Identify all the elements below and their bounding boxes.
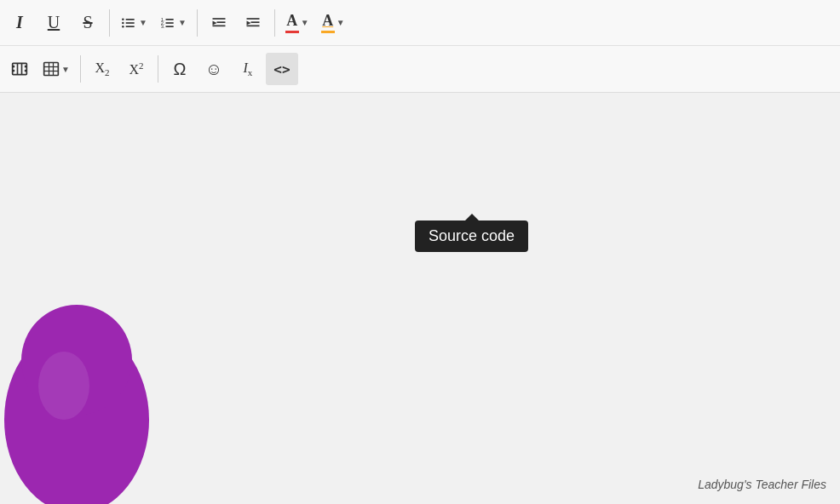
divider xyxy=(274,9,275,37)
emoji-icon: ☺ xyxy=(205,60,222,79)
divider xyxy=(197,9,198,37)
emoji-button[interactable]: ☺ xyxy=(198,53,230,85)
svg-rect-14 xyxy=(212,25,225,26)
svg-text:3.: 3. xyxy=(161,23,165,28)
clear-format-button[interactable]: Ix xyxy=(232,53,264,85)
indent-icon xyxy=(245,14,262,32)
italic-button[interactable]: I xyxy=(3,7,36,39)
svg-rect-1 xyxy=(126,19,135,20)
font-highlight-bar xyxy=(321,31,335,33)
svg-marker-16 xyxy=(212,20,216,25)
svg-point-2 xyxy=(122,21,124,24)
superscript-icon: X2 xyxy=(129,60,143,77)
source-code-button[interactable]: <> xyxy=(266,53,298,85)
ladybug-image xyxy=(0,249,153,504)
divider xyxy=(80,55,81,83)
source-code-icon: <> xyxy=(273,61,290,77)
svg-rect-18 xyxy=(250,21,259,23)
special-char-button[interactable]: Ω xyxy=(164,53,196,85)
svg-rect-21 xyxy=(13,63,27,74)
font-color-bar xyxy=(285,31,299,33)
font-highlight-label: A xyxy=(322,12,333,30)
unordered-list-button[interactable]: ▼ xyxy=(115,7,152,39)
svg-point-35 xyxy=(38,352,89,420)
superscript-button[interactable]: X2 xyxy=(120,53,152,85)
svg-rect-24 xyxy=(25,66,27,68)
svg-rect-13 xyxy=(216,21,225,23)
font-color-label: A xyxy=(286,12,297,30)
omega-icon: Ω xyxy=(173,60,186,79)
font-highlight-button[interactable]: A ▼ xyxy=(316,7,350,39)
svg-rect-27 xyxy=(21,63,23,74)
svg-rect-12 xyxy=(212,18,225,20)
list-ol-svg: 1. 2. 3. xyxy=(159,14,176,32)
subscript-icon: X2 xyxy=(95,60,109,77)
subscript-button[interactable]: X2 xyxy=(86,53,118,85)
svg-point-0 xyxy=(122,18,124,20)
font-color-button[interactable]: A ▼ xyxy=(280,7,314,39)
underline-button[interactable]: U xyxy=(37,7,70,39)
svg-rect-23 xyxy=(13,70,14,72)
ordered-list-icon: 1. 2. 3. ▼ xyxy=(159,14,187,32)
divider xyxy=(158,55,158,83)
outdent-icon xyxy=(210,14,227,32)
list-ul-svg xyxy=(120,14,137,32)
svg-rect-25 xyxy=(25,70,27,72)
content-area: Ladybug's Teacher Files xyxy=(0,93,840,504)
svg-point-4 xyxy=(122,25,124,27)
svg-rect-26 xyxy=(17,63,19,74)
underline-icon: U xyxy=(48,13,60,32)
ordered-list-button[interactable]: 1. 2. 3. ▼ xyxy=(154,7,192,39)
indent-button[interactable] xyxy=(237,7,269,39)
table-icon xyxy=(43,60,60,77)
svg-marker-20 xyxy=(246,20,250,25)
media-icon xyxy=(11,60,28,77)
watermark: Ladybug's Teacher Files xyxy=(698,478,826,491)
svg-rect-22 xyxy=(13,66,14,68)
table-button[interactable]: ▼ xyxy=(37,53,75,85)
svg-rect-5 xyxy=(126,26,135,27)
svg-rect-28 xyxy=(44,63,59,76)
svg-rect-19 xyxy=(246,25,259,26)
media-button[interactable] xyxy=(3,53,36,85)
svg-rect-7 xyxy=(165,19,173,20)
watermark-text: Ladybug's Teacher Files xyxy=(698,478,826,491)
unordered-list-icon: ▼ xyxy=(120,14,147,32)
svg-rect-9 xyxy=(165,22,173,24)
divider xyxy=(109,9,110,37)
strikethrough-icon: S xyxy=(83,13,92,32)
svg-rect-17 xyxy=(246,18,259,20)
clear-format-icon: Ix xyxy=(243,60,252,77)
source-code-tooltip: Source code xyxy=(415,220,528,252)
svg-rect-11 xyxy=(165,26,173,27)
strikethrough-button[interactable]: S xyxy=(72,7,104,39)
italic-icon: I xyxy=(16,13,23,32)
outdent-button[interactable] xyxy=(203,7,235,39)
svg-rect-3 xyxy=(126,22,135,24)
tooltip-text: Source code xyxy=(429,227,515,244)
